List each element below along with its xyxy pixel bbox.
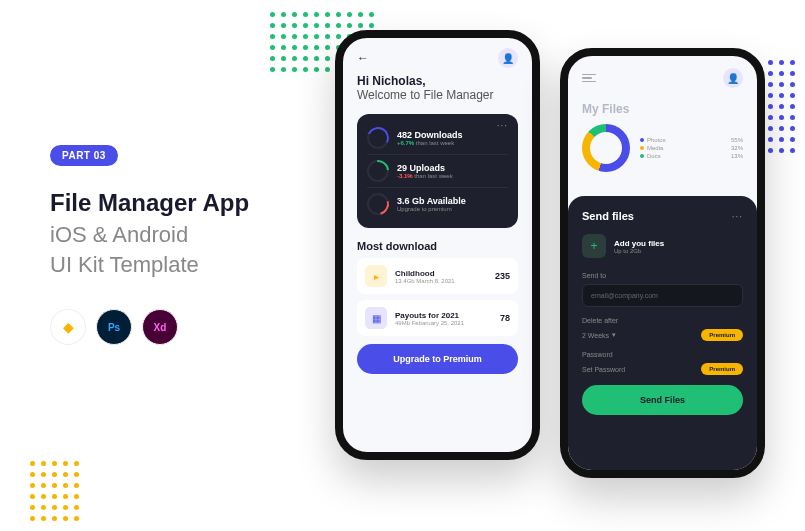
document-icon: ▦: [365, 307, 387, 329]
premium-badge: Premium: [701, 329, 743, 341]
add-files-subtitle: Up to 2Gb: [614, 248, 664, 254]
add-file-button[interactable]: +: [582, 234, 606, 258]
tool-icons: ◆ Ps Xd: [50, 309, 249, 345]
avatar-button[interactable]: 👤: [498, 48, 518, 68]
stat-storage[interactable]: 3.6 Gb Available Upgrade to premium: [367, 188, 508, 220]
avatar-button[interactable]: 👤: [723, 68, 743, 88]
file-meta: 13.4Gb March 8, 2021: [395, 278, 487, 284]
section-most-download: Most download: [343, 238, 532, 258]
premium-badge: Premium: [701, 363, 743, 375]
file-meta: 49Mb Febaruary 25, 2021: [395, 320, 492, 326]
send-to-label: Send to: [582, 272, 743, 279]
promo-subtitle-1: iOS & Android: [50, 220, 249, 251]
sheet-title: Send files: [582, 210, 634, 222]
phone-mockup-1: ← 👤 Hi Nicholas, Welcome to File Manager…: [335, 30, 540, 460]
downloads-ring-icon: [367, 127, 389, 149]
promo-subtitle-2: UI Kit Template: [50, 250, 249, 281]
stats-card: ··· 482 Downloads +6.7% than last week 2…: [357, 114, 518, 228]
file-item-childhood[interactable]: ▸ Childhood 13.4Gb March 8, 2021 235: [357, 258, 518, 294]
uploads-ring-icon: [367, 160, 389, 182]
send-files-button[interactable]: Send Files: [582, 385, 743, 415]
stat-downloads[interactable]: 482 Downloads +6.7% than last week: [367, 122, 508, 155]
decoration-dots-yellow: [30, 461, 79, 521]
chart-legend: Photos55% Media32% Docs13%: [640, 136, 743, 160]
uploads-count: 29 Uploads: [397, 163, 453, 173]
sheet-more-button[interactable]: ···: [732, 211, 743, 222]
photoshop-icon: Ps: [96, 309, 132, 345]
menu-button[interactable]: [582, 74, 596, 83]
back-button[interactable]: ←: [357, 50, 373, 66]
delete-after-label: Delete after: [582, 317, 743, 324]
file-name: Payouts for 2021: [395, 311, 492, 320]
part-badge: PART 03: [50, 145, 118, 166]
stat-uploads[interactable]: 29 Uploads -3.1% than last week: [367, 155, 508, 188]
promo-title: File Manager App: [50, 186, 249, 220]
greeting-name: Hi Nicholas,: [357, 74, 518, 88]
promo-block: PART 03 File Manager App iOS & Android U…: [50, 145, 249, 345]
password-input[interactable]: Set Password: [582, 366, 625, 373]
video-folder-icon: ▸: [365, 265, 387, 287]
delete-after-select[interactable]: 2 Weeks ▾: [582, 331, 616, 339]
file-count: 235: [495, 271, 510, 281]
file-name: Childhood: [395, 269, 487, 278]
file-count: 78: [500, 313, 510, 323]
send-files-sheet: Send files ··· + Add you files Up to 2Gb…: [568, 196, 757, 470]
storage-donut-chart: [582, 124, 630, 172]
phone-mockup-2: 👤 My Files Photos55% Media32% Docs13% Se…: [560, 48, 765, 478]
upgrade-premium-button[interactable]: Upgrade to Premium: [357, 344, 518, 374]
storage-ring-icon: [367, 193, 389, 215]
greeting-subtitle: Welcome to File Manager: [357, 88, 518, 102]
my-files-title: My Files: [568, 100, 757, 124]
file-item-payouts[interactable]: ▦ Payouts for 2021 49Mb Febaruary 25, 20…: [357, 300, 518, 336]
decoration-dots-blue: [768, 60, 795, 153]
add-files-title: Add you files: [614, 239, 664, 248]
password-label: Password: [582, 351, 743, 358]
add-files-row[interactable]: + Add you files Up to 2Gb: [582, 234, 743, 258]
storage-count: 3.6 Gb Available: [397, 196, 466, 206]
xd-icon: Xd: [142, 309, 178, 345]
sketch-icon: ◆: [50, 309, 86, 345]
downloads-count: 482 Downloads: [397, 130, 463, 140]
stats-more-button[interactable]: ···: [497, 120, 508, 131]
chevron-down-icon: ▾: [612, 331, 616, 339]
email-input[interactable]: email@company.com: [582, 284, 743, 307]
